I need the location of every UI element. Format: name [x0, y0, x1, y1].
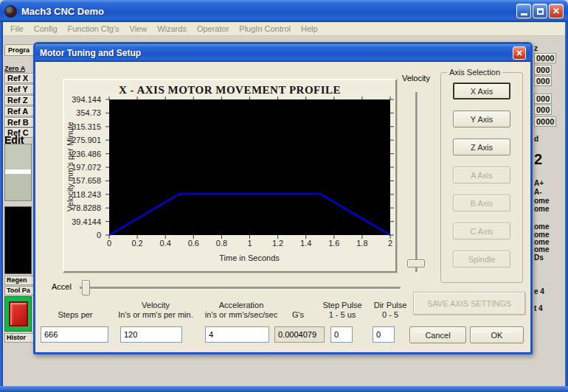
ok-button[interactable]: OK: [470, 326, 524, 343]
x-tick-label: 1.8: [356, 239, 367, 248]
background-text-fragment: t 4: [534, 304, 543, 312]
menu-item[interactable]: Config: [34, 24, 58, 33]
background-button-fragment[interactable]: Histor: [4, 333, 33, 343]
x-tick-label: 1.6: [328, 239, 339, 248]
steps-per-input[interactable]: [41, 326, 108, 343]
dialog-title: Motor Tuning and Setup: [40, 48, 513, 58]
background-text-fragment: ome: [534, 197, 550, 205]
window-titlebar[interactable]: Mach3 CNC Demo ✕: [0, 0, 568, 22]
background-green-panel: [4, 144, 32, 201]
background-text-fragment: 0000: [534, 116, 556, 127]
background-text-fragment: ome: [534, 223, 550, 231]
background-button-fragment[interactable]: Zero A: [4, 65, 25, 72]
axis-button[interactable]: Spindle: [453, 251, 510, 267]
y-tick-label: 275.901: [64, 136, 101, 144]
acceleration-field-label: Acceleration in's or mm's/sec/sec: [201, 301, 282, 320]
chart-plot-area: [105, 97, 395, 239]
save-axis-settings-button[interactable]: SAVE AXIS SETTINGS: [413, 292, 525, 315]
menu-item[interactable]: File: [10, 24, 24, 33]
background-text-fragment: 0000: [534, 53, 556, 63]
dialog-close-button[interactable]: ✕: [513, 46, 526, 60]
axis-button[interactable]: Y Axis: [453, 111, 510, 127]
background-button-fragment[interactable]: Ref A: [4, 106, 33, 116]
minimize-button[interactable]: [516, 4, 531, 18]
background-button-fragment[interactable]: Regen: [4, 276, 33, 285]
y-tick-label: 394.144: [64, 95, 101, 104]
menu-item[interactable]: Function Cfg's: [68, 24, 120, 33]
gs-label: G's: [276, 310, 320, 320]
background-button-fragment[interactable]: Progra: [4, 44, 33, 56]
dir-pulse-input[interactable]: [373, 326, 395, 343]
y-tick-label: 39.4144: [64, 217, 101, 226]
step-pulse-label: Step Pulse 1 - 5 us: [319, 301, 365, 320]
background-text-fragment: e 4: [534, 287, 544, 295]
background-button-fragment[interactable]: Tool Pa: [4, 286, 33, 295]
window-border-left: [0, 22, 3, 392]
cancel-button[interactable]: Cancel: [409, 326, 466, 343]
y-tick-label: 354.73: [64, 108, 101, 117]
maximize-icon: [537, 8, 544, 15]
dialog-body: X - AXIS MOTOR MOVEMENT PROFILE Velocity…: [35, 62, 530, 352]
menu-item[interactable]: PlugIn Control: [239, 24, 291, 33]
velocity-slider-thumb[interactable]: [407, 259, 425, 267]
chart-title: X - AXIS MOTOR MOVEMENT PROFILE: [64, 84, 395, 97]
background-text-fragment: ome: [534, 245, 550, 253]
x-tick-label: 0.4: [160, 239, 171, 248]
y-tick-label: 236.486: [64, 150, 101, 158]
x-tick-label: 1.2: [272, 239, 283, 248]
maximize-button[interactable]: [533, 4, 547, 18]
x-tick-label: 0.8: [216, 239, 227, 248]
menu-item[interactable]: View: [130, 24, 148, 33]
axis-button[interactable]: Z Axis: [453, 139, 510, 155]
window-border-bottom: [0, 386, 568, 392]
menu-item[interactable]: Help: [301, 24, 318, 33]
motor-tuning-dialog: Motor Tuning and Setup ✕ X - AXIS MOTOR …: [33, 42, 533, 354]
y-tick-label: 0: [64, 231, 101, 239]
axis-button[interactable]: B Axis: [453, 195, 510, 211]
menu-item[interactable]: Operator: [197, 24, 229, 33]
velocity-slider-track[interactable]: [415, 92, 418, 272]
accel-slider-track[interactable]: [80, 287, 401, 289]
background-text-fragment: d: [534, 135, 538, 143]
menu-item[interactable]: Wizards: [157, 24, 187, 33]
background-black-panel: [4, 206, 32, 274]
background-text-fragment: 000: [534, 105, 552, 115]
background-text-fragment: 000: [534, 94, 552, 104]
background-button-fragment[interactable]: Ref X: [4, 73, 33, 83]
step-pulse-input[interactable]: [330, 326, 353, 343]
background-right-panel: z00000000000000000000d2A+A-omeomeomeomeo…: [533, 41, 568, 387]
background-text-fragment: 2: [534, 151, 542, 168]
axis-button[interactable]: X Axis: [453, 83, 510, 99]
background-text-fragment: z: [534, 44, 538, 52]
background-text-fragment: ome: [534, 205, 550, 213]
axis-button[interactable]: A Axis: [453, 167, 510, 183]
reset-button[interactable]: [4, 296, 32, 332]
y-tick-label: 157.658: [64, 176, 101, 185]
velocity-input[interactable]: [120, 326, 182, 343]
y-tick-label: 78.8288: [64, 203, 101, 212]
background-left-panel: PrograZero ARef XRef YRef ZRef ARef BRef…: [3, 38, 33, 389]
accel-slider-thumb[interactable]: [82, 280, 90, 295]
background-button-fragment[interactable]: Ref Z: [4, 95, 33, 105]
close-icon: ✕: [516, 49, 522, 58]
reset-button-icon: [9, 301, 28, 326]
background-text-fragment: Ds: [534, 253, 544, 262]
velocity-field-label: Velocity In's or mm's per min.: [115, 301, 196, 320]
background-text-fragment: A-: [534, 188, 542, 196]
y-tick-label: 315.315: [64, 122, 101, 131]
close-button[interactable]: ✕: [549, 4, 564, 18]
dir-pulse-label: Dir Pulse 0 - 5: [367, 301, 413, 320]
background-button-fragment[interactable]: Ref B: [4, 117, 33, 127]
background-button-fragment[interactable]: Ref Y: [4, 84, 33, 94]
minimize-icon: [521, 13, 527, 15]
steps-per-label: Steps per: [38, 310, 112, 320]
axis-button[interactable]: C Axis: [453, 223, 510, 239]
acceleration-input[interactable]: [205, 326, 269, 343]
velocity-slider-label: Velocity: [402, 74, 430, 83]
x-tick-label: 0.6: [188, 239, 199, 248]
background-text-fragment: A+: [534, 179, 544, 187]
background-text-fragment: 000: [534, 65, 552, 75]
dialog-titlebar[interactable]: Motor Tuning and Setup ✕: [35, 44, 530, 62]
axis-selection-group: Axis Selection X AxisY AxisZ AxisA AxisB…: [440, 68, 523, 283]
axis-selection-title: Axis Selection: [447, 68, 502, 77]
